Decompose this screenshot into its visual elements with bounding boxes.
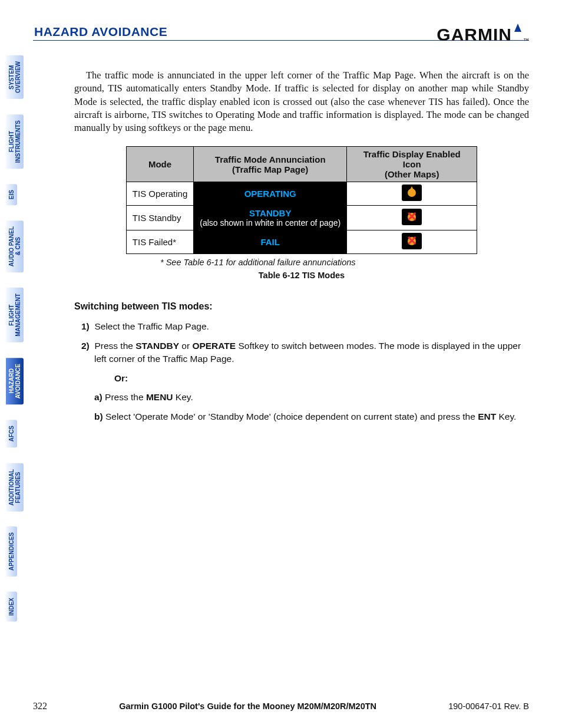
tis-modes-table: Mode Traffic Mode Annunciation (Traffic … xyxy=(126,146,477,254)
step-a-menu: MENU xyxy=(146,392,173,402)
tab-afcs[interactable]: AFCS xyxy=(6,420,17,447)
logo-triangle-icon xyxy=(514,24,521,32)
garmin-logo: GARMIN ™ xyxy=(437,24,529,44)
col-icon: Traffic Display Enabled Icon (Other Maps… xyxy=(347,147,477,182)
steps-heading: Switching between TIS modes: xyxy=(74,301,529,312)
logo-text: GARMIN xyxy=(437,26,512,44)
step-2: 2) Press the STANDBY or OPERATE Softkey … xyxy=(74,340,529,366)
step-2-t2: or xyxy=(179,341,192,351)
row-1-icon-cell xyxy=(347,206,477,230)
tab-system-overview[interactable]: SYSTEM OVERVIEW xyxy=(6,55,24,99)
footer-title: Garmin G1000 Pilot's Guide for the Moone… xyxy=(119,701,376,711)
traffic-failed-icon xyxy=(402,233,422,249)
table-caption: Table 6-12 TIS Modes xyxy=(74,271,529,280)
step-2-operate: OPERATE xyxy=(192,341,236,351)
page-footer: 322 Garmin G1000 Pilot's Guide for the M… xyxy=(33,701,529,711)
row-0-annunciation: OPERATING xyxy=(194,182,347,206)
footer-revision: 190-00647-01 Rev. B xyxy=(448,701,529,711)
row-0-icon-cell xyxy=(347,182,477,206)
step-b: b) Select 'Operate Mode' or 'Standby Mod… xyxy=(74,410,529,423)
step-b-t2: Key. xyxy=(496,411,516,421)
tab-additional-features[interactable]: ADDITIONAL FEATURES xyxy=(6,463,24,512)
col-mode: Mode xyxy=(126,147,193,182)
step-a-t2: Key. xyxy=(173,392,193,402)
row-2-ann-text: FAIL xyxy=(260,237,280,247)
tab-index[interactable]: INDEX xyxy=(6,592,17,622)
table-footnote: * See Table 6-11 for additional failure … xyxy=(74,258,529,267)
row-2-annunciation: FAIL xyxy=(194,230,347,254)
step-a-t1: Press the xyxy=(103,392,146,402)
tab-flight-instruments[interactable]: FLIGHT INSTRUMENTS xyxy=(6,114,24,169)
tab-audio-panel-cns[interactable]: AUDIO PANEL & CNS xyxy=(6,220,24,272)
step-1: 1) Select the Traffic Map Page. xyxy=(74,320,529,333)
row-0-ann-text: OPERATING xyxy=(244,189,296,199)
logo-trademark: ™ xyxy=(523,37,529,44)
step-2-t1: Press the xyxy=(94,341,135,351)
side-tabs: SYSTEM OVERVIEW FLIGHT INSTRUMENTS EIS A… xyxy=(6,55,33,637)
step-1-text: Select the Traffic Map Page. xyxy=(94,321,209,331)
row-0-mode: TIS Operating xyxy=(126,182,193,206)
step-b-t1: Select 'Operate Mode' or 'Standby Mode' … xyxy=(103,411,478,421)
intro-paragraph: The traffic mode is annunciated in the u… xyxy=(74,69,529,134)
step-a: a) Press the MENU Key. xyxy=(74,391,529,404)
step-2-num: 2) xyxy=(81,341,90,351)
traffic-standby-icon xyxy=(402,209,422,225)
row-2-icon-cell xyxy=(347,230,477,254)
row-2-mode: TIS Failed* xyxy=(126,230,193,254)
page-number: 322 xyxy=(33,701,47,711)
traffic-operating-icon xyxy=(402,185,422,201)
row-1-ann-note: (also shown in white in center of page) xyxy=(200,218,340,228)
col-icon-l2: (Other Maps) xyxy=(385,169,439,179)
page-header: HAZARD AVOIDANCE GARMIN ™ xyxy=(33,24,529,41)
section-title: HAZARD AVOIDANCE xyxy=(33,25,167,39)
step-2-standby: STANDBY xyxy=(135,341,179,351)
row-1-annunciation: STANDBY (also shown in white in center o… xyxy=(194,206,347,230)
step-a-num: a) xyxy=(94,392,103,402)
tab-hazard-avoidance[interactable]: HAZARD AVOIDANCE xyxy=(6,358,24,404)
step-1-num: 1) xyxy=(81,321,90,331)
col-annunciation-l1: Traffic Mode Annunciation xyxy=(215,154,326,164)
tab-appendices[interactable]: APPENDICES xyxy=(6,526,17,577)
col-icon-l1: Traffic Display Enabled Icon xyxy=(363,149,461,169)
col-annunciation-l2: (Traffic Map Page) xyxy=(232,164,308,174)
row-1-ann-text: STANDBY xyxy=(249,208,291,218)
tab-eis[interactable]: EIS xyxy=(6,184,17,205)
step-b-ent: ENT xyxy=(478,411,496,421)
step-or: Or: xyxy=(94,372,529,385)
step-or-text: Or: xyxy=(114,373,128,383)
tab-flight-management[interactable]: FLIGHT MANAGEMENT xyxy=(6,288,24,342)
row-1-mode: TIS Standby xyxy=(126,206,193,230)
step-b-num: b) xyxy=(94,411,103,421)
col-annunciation: Traffic Mode Annunciation (Traffic Map P… xyxy=(194,147,347,182)
